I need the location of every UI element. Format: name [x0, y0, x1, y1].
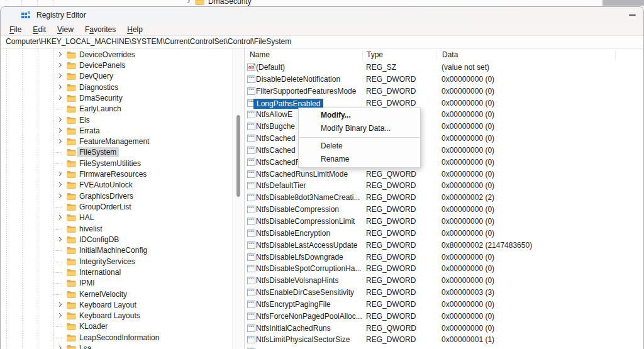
chevron-right-icon[interactable]	[57, 128, 62, 133]
tree-item-hivelist[interactable]: hivelist	[1, 223, 232, 234]
value-row-ntfsdisablespotcorruptionha[interactable]: 011 110NtfsDisableSpotCorruptionHa...REG…	[245, 263, 643, 275]
tree-item-filesystemutilities[interactable]: FileSystemUtilities	[1, 158, 232, 169]
tree-item-integrityservices[interactable]: IntegrityServices	[1, 256, 232, 267]
chevron-right-icon[interactable]	[57, 117, 62, 121]
menu-favorites[interactable]: Favorites	[79, 25, 121, 34]
tree-item-earlylaunch[interactable]: EarlyLaunch	[1, 104, 232, 114]
tree-item-initialmachineconfig[interactable]: InitialMachineConfig	[1, 245, 232, 256]
chevron-right-icon[interactable]	[57, 172, 62, 176]
value-row-ntfsinitialcachedruns[interactable]: 011 110NtfsInitialCachedRunsREG_QWORD0x0…	[245, 323, 643, 335]
chevron-right-icon[interactable]	[57, 194, 62, 198]
tree-item-ipmi[interactable]: IPMI	[1, 278, 232, 289]
chevron-right-icon[interactable]	[57, 96, 62, 100]
menu-view[interactable]: View	[52, 25, 79, 34]
tree-item-devicepanels[interactable]: DevicePanels	[1, 60, 232, 70]
value-row-ntfsencryptpagingfile[interactable]: 011 110NtfsEncryptPagingFileREG_DWORD0x0…	[245, 299, 643, 311]
column-header-data[interactable]: Data	[436, 50, 616, 60]
tree-item-errata[interactable]: Errata	[1, 125, 232, 136]
address-bar-input[interactable]: Computer\HKEY_LOCAL_MACHINE\SYSTEM\Curre…	[1, 35, 643, 48]
scrollbar-thumb[interactable]	[236, 115, 240, 197]
tree-vertical-scrollbar[interactable]	[232, 48, 244, 349]
tree-item-graphicsdrivers[interactable]: GraphicsDrivers	[1, 191, 232, 201]
tree-item-deviceoverrides[interactable]: DeviceOverrides	[1, 49, 232, 60]
tree-item-label: HAL	[79, 213, 94, 222]
tree-item-diagnostics[interactable]: Diagnostics	[1, 82, 232, 92]
context-menu-modify[interactable]: Modify...	[299, 109, 420, 122]
value-row-ntfslimitphysicalsectorsize[interactable]: 011 110NtfsLimitPhysicalSectorSizeREG_DW…	[245, 334, 643, 346]
chevron-right-icon[interactable]	[57, 182, 62, 187]
chevron-right-icon[interactable]	[57, 84, 62, 89]
tree-item-idconfigdb[interactable]: IDConfigDB	[1, 234, 232, 245]
chevron-right-icon[interactable]	[57, 63, 62, 67]
tree-item-label: InitialMachineConfig	[79, 246, 147, 255]
dword-value-icon: 011 110	[247, 182, 255, 189]
value-name: NtfsDisableVolsnapHints	[256, 276, 338, 285]
column-header-type[interactable]: Type	[363, 50, 436, 60]
folder-icon	[67, 301, 76, 309]
column-header-name[interactable]: Name	[245, 50, 363, 60]
value-row-ntfsdisablelfsdowngrade[interactable]: 011 110NtfsDisableLfsDowngradeREG_DWORD0…	[245, 252, 643, 263]
value-name: NtfsLimitPhysicalSectorSize	[256, 335, 350, 344]
tree-item-label: KernelVelocity	[79, 290, 127, 299]
context-menu-rename[interactable]: Rename	[299, 153, 420, 166]
tree-item-featuremanagement[interactable]: FeatureManagement	[1, 136, 232, 147]
tree-item-lsa[interactable]: Lsa	[1, 343, 232, 349]
tree-item-firmwareresources[interactable]: FirmwareResources	[1, 169, 232, 179]
value-data: 0x00000000 (0)	[441, 312, 630, 321]
chevron-right-icon[interactable]	[57, 346, 62, 349]
value-row-ntfsdefaulttier[interactable]: 011 110NtfsDefaultTierREG_DWORD0x0000000…	[245, 180, 643, 192]
tree-item-label: KLoader	[79, 322, 108, 331]
chevron-right-icon[interactable]	[57, 215, 62, 219]
value-row-ntfsdisablecompressionlimit[interactable]: 011 110NtfsDisableCompressionLimitREG_DW…	[245, 216, 643, 228]
value-row-ntfsdisablecompression[interactable]: 011 110NtfsDisableCompressionREG_DWORD0x…	[245, 204, 643, 216]
chevron-right-icon[interactable]	[57, 313, 62, 318]
dword-value-icon: 011 110	[247, 123, 255, 130]
tree-item-international[interactable]: International	[1, 267, 232, 277]
folder-icon	[67, 170, 76, 178]
tree-item-keyboard-layout[interactable]: Keyboard Layout	[1, 299, 232, 310]
menu-help[interactable]: Help	[121, 25, 148, 34]
context-menu-delete[interactable]: Delete	[299, 140, 420, 153]
tree-item-keyboard-layouts[interactable]: Keyboard Layouts	[1, 311, 232, 321]
value-row-default[interactable]: (Default)REG_SZ(value not set)	[245, 62, 643, 74]
value-type: REG_SZ	[366, 63, 438, 72]
tree-item-grouporderlist[interactable]: GroupOrderList	[1, 201, 232, 212]
tree-item-kernelvelocity[interactable]: KernelVelocity	[1, 289, 232, 299]
chevron-right-icon[interactable]	[57, 139, 62, 143]
tree-item-hal[interactable]: HAL	[1, 213, 232, 223]
value-row-item[interactable]: 011 110	[245, 346, 643, 349]
dword-value-icon: 011 110	[247, 289, 255, 296]
tree-item-dmasecurity[interactable]: DmaSecurity	[1, 92, 232, 103]
context-menu-modify-binary-data[interactable]: Modify Binary Data...	[299, 122, 420, 135]
value-row-ntfsdisablevolsnaphints[interactable]: 011 110NtfsDisableVolsnapHintsREG_DWORD0…	[245, 275, 643, 287]
value-row-disabledeletenotification[interactable]: 011 110DisableDeleteNotificationREG_DWOR…	[245, 74, 643, 86]
tree-item-fveautounlock[interactable]: FVEAutoUnlock	[1, 180, 232, 191]
tree-item-filesystem[interactable]: FileSystem	[1, 147, 232, 158]
value-row-ntfsforcenonpagedpoolalloc[interactable]: 011 110NtfsForceNonPagedPoolAlloc...REG_…	[245, 311, 643, 323]
context-menu: Modify...Modify Binary Data...DeleteRena…	[298, 108, 421, 168]
minimize-button[interactable]	[629, 14, 636, 16]
tree-item-label: IntegrityServices	[79, 257, 135, 266]
chevron-right-icon[interactable]	[57, 302, 62, 307]
folder-icon	[67, 148, 76, 156]
menu-file[interactable]: File	[4, 25, 27, 34]
tree-item-leapsecondinformation[interactable]: LeapSecondInformation	[1, 332, 232, 343]
tree-item-kloader[interactable]: KLoader	[1, 321, 232, 332]
folder-icon	[67, 334, 76, 341]
value-row-ntfsdisablelastaccessupdate[interactable]: 011 110NtfsDisableLastAccessUpdateREG_DW…	[245, 240, 643, 252]
tree-item-els[interactable]: Els	[1, 114, 232, 125]
value-row-ntfsdisableencryption[interactable]: 011 110NtfsDisableEncryptionREG_DWORD0x0…	[245, 228, 643, 240]
value-row-ntfsdisable8dot3namecreati[interactable]: 011 110NtfsDisable8dot3NameCreati...REG_…	[245, 192, 643, 204]
folder-icon	[195, 0, 204, 5]
menu-edit[interactable]: Edit	[27, 25, 52, 34]
dword-value-icon: 011 110	[247, 75, 255, 83]
chevron-right-icon[interactable]	[57, 74, 62, 78]
chevron-right-icon[interactable]	[57, 52, 62, 57]
tree-item-devquery[interactable]: DevQuery	[1, 71, 232, 82]
value-row-ntfscachedrunslimitmode[interactable]: 011 110NtfsCachedRunsLimitModeREG_QWORD0…	[245, 169, 643, 180]
chevron-right-icon[interactable]	[57, 237, 62, 241]
value-row-ntfsenabledircasesensitivity[interactable]: 011 110NtfsEnableDirCaseSensitivityREG_D…	[245, 287, 643, 299]
value-row-filtersupportedfeaturesmode[interactable]: 011 110FilterSupportedFeaturesModeREG_DW…	[245, 86, 643, 97]
tree-connector	[53, 338, 62, 338]
folder-icon	[67, 181, 76, 189]
